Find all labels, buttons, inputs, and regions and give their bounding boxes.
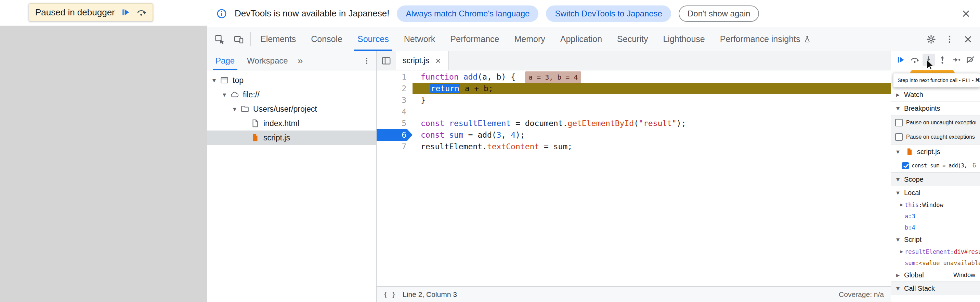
tab-overflow-icon[interactable]: » — [294, 55, 307, 66]
line-number[interactable]: 2 — [377, 83, 412, 94]
step-over-icon[interactable] — [136, 7, 146, 17]
line-number[interactable]: 7 — [377, 141, 412, 152]
watch-section-header[interactable]: Watch — [891, 88, 980, 102]
checkbox[interactable] — [895, 133, 903, 141]
tab-sources[interactable]: Sources — [350, 27, 396, 51]
inspect-icon[interactable] — [210, 27, 229, 51]
variable-value: 4 — [912, 224, 915, 231]
checkbox[interactable] — [902, 162, 909, 169]
code-line-5[interactable]: 5const resultElement = document.getEleme… — [377, 117, 891, 129]
editor-tab-scriptjs[interactable]: script.js — [396, 51, 449, 70]
code-text: resultElement.textContent = sum; — [412, 141, 891, 152]
line-number[interactable]: 5 — [377, 117, 412, 129]
toolbar-right-icons — [922, 27, 980, 51]
scope-variable-a[interactable]: a: 3 — [891, 210, 980, 222]
checkbox-label: Pause on caught exceptions — [906, 134, 975, 140]
expand-arrow-icon — [894, 149, 902, 154]
cloud-icon — [229, 90, 241, 99]
scope-variable-resultelement[interactable]: resultElement: div#result — [891, 246, 980, 257]
tab-elements[interactable]: Elements — [253, 27, 304, 51]
breakpoint-marker[interactable]: 6 — [377, 129, 412, 141]
infobar-close-icon[interactable] — [961, 8, 971, 19]
pretty-print-icon[interactable]: { } — [383, 290, 396, 299]
scope-section-header[interactable]: Scope — [891, 172, 980, 186]
scope-variable-b[interactable]: b: 4 — [891, 222, 980, 233]
code-editor[interactable]: 1function add(a, b) {a = 3, b = 42 retur… — [377, 70, 891, 286]
editor-tab-label: script.js — [402, 56, 429, 65]
tab-lighthouse[interactable]: Lighthouse — [655, 27, 712, 51]
code-line-2[interactable]: 2 return a + b; — [377, 83, 891, 94]
step-out-icon[interactable] — [936, 54, 948, 66]
tree-item-top[interactable]: top — [207, 73, 376, 87]
device-toolbar-icon[interactable] — [229, 27, 248, 51]
always-match-language-button[interactable]: Always match Chrome's language — [397, 5, 538, 22]
tab-security[interactable]: Security — [609, 27, 655, 51]
tree-item-index-html[interactable]: index.html — [207, 116, 376, 131]
scope-section-script[interactable]: Script — [891, 233, 980, 246]
line-number[interactable]: 1 — [377, 71, 412, 83]
tree-item-file[interactable]: file:// — [207, 87, 376, 102]
breakpoint-entry[interactable]: const sum = add(3, 4);6 — [891, 159, 980, 172]
scope-variable-sum[interactable]: sum: <value unavailable> — [891, 257, 980, 269]
tab-label: Performance — [450, 34, 499, 44]
tab-application[interactable]: Application — [553, 27, 609, 51]
tree-item-script-js[interactable]: script.js — [207, 131, 376, 145]
paused-in-debugger-banner: Paused in debugger — [29, 3, 153, 21]
resume-icon[interactable] — [120, 7, 130, 17]
expand-arrow-icon — [899, 202, 905, 207]
scope-section-local[interactable]: Local — [891, 186, 980, 199]
code-line-3[interactable]: 3} — [377, 94, 891, 106]
variable-value: 3 — [912, 213, 915, 220]
step-over-icon[interactable] — [908, 54, 921, 66]
devtools-close-icon[interactable] — [959, 34, 977, 44]
switch-to-japanese-button[interactable]: Switch DevTools to Japanese — [546, 5, 671, 22]
breakpoint-group-script-js[interactable]: script.js — [891, 144, 980, 159]
settings-gear-icon[interactable] — [922, 34, 940, 44]
more-options-icon[interactable] — [940, 34, 959, 44]
navigator-more-icon[interactable] — [359, 56, 374, 65]
toggle-navigator-icon[interactable] — [377, 51, 396, 70]
code-line-7[interactable]: 7resultElement.textContent = sum; — [377, 141, 891, 152]
breakpoints-section-header[interactable]: Breakpoints — [891, 102, 980, 115]
tab-memory[interactable]: Memory — [507, 27, 552, 51]
code-text — [412, 106, 891, 117]
deactivate-breakpoints-icon[interactable] — [964, 54, 977, 66]
exception-toggle-pause-on-uncaught-exceptions[interactable]: Pause on uncaught exceptions — [891, 115, 980, 130]
tab-label: Application — [560, 34, 602, 44]
tab-console[interactable]: Console — [304, 27, 350, 51]
navigator-tab-workspace[interactable]: Workspace — [241, 51, 294, 70]
navigator-tab-page[interactable]: Page — [209, 51, 241, 70]
scope-variable-this[interactable]: this: Window — [891, 199, 980, 210]
tab-performance-insights[interactable]: Performance insights — [713, 27, 819, 51]
code-line-1[interactable]: 1function add(a, b) {a = 3, b = 4 — [377, 71, 891, 83]
exception-toggle-pause-on-caught-exceptions[interactable]: Pause on caught exceptions — [891, 130, 980, 144]
breakpoint-list: script.jsconst sum = add(3, 4);6 — [891, 144, 980, 172]
code-line-4[interactable]: 4 — [377, 106, 891, 117]
page-viewport: Paused in debugger — [0, 0, 207, 302]
flask-icon — [803, 35, 811, 43]
tab-performance[interactable]: Performance — [442, 27, 507, 51]
tree-item-users-user-project[interactable]: Users/user/project — [207, 102, 376, 116]
call-stack-section-header[interactable]: Call Stack — [891, 281, 980, 295]
variable-name: resultElement — [905, 248, 950, 255]
expand-arrow-icon — [894, 106, 902, 111]
code-line-6[interactable]: 6const sum = add(3, 4); — [377, 129, 891, 141]
resume-icon[interactable] — [894, 54, 907, 66]
variable-name: b — [905, 224, 908, 231]
step-icon[interactable] — [950, 54, 963, 66]
watch-section-label: Watch — [904, 91, 923, 99]
tab-close-icon[interactable] — [435, 57, 442, 64]
tree-item-label: file:// — [243, 90, 259, 100]
tree-item-label: script.js — [263, 133, 290, 142]
tab-network[interactable]: Network — [396, 27, 443, 51]
dont-show-again-button[interactable]: Don't show again — [679, 5, 759, 22]
navigator-tabs: Page Workspace » — [207, 51, 376, 70]
scope-section-global[interactable]: GlobalWindow — [891, 269, 980, 281]
debugger-sidebar: Step into next function call - F11 - ⌘ ;… — [891, 51, 980, 302]
expand-arrow-icon — [894, 286, 902, 291]
tab-label: Security — [617, 34, 648, 44]
checkbox[interactable] — [895, 119, 903, 126]
line-number[interactable]: 4 — [377, 106, 412, 117]
tab-label: Memory — [514, 34, 545, 44]
line-number[interactable]: 3 — [377, 94, 412, 106]
